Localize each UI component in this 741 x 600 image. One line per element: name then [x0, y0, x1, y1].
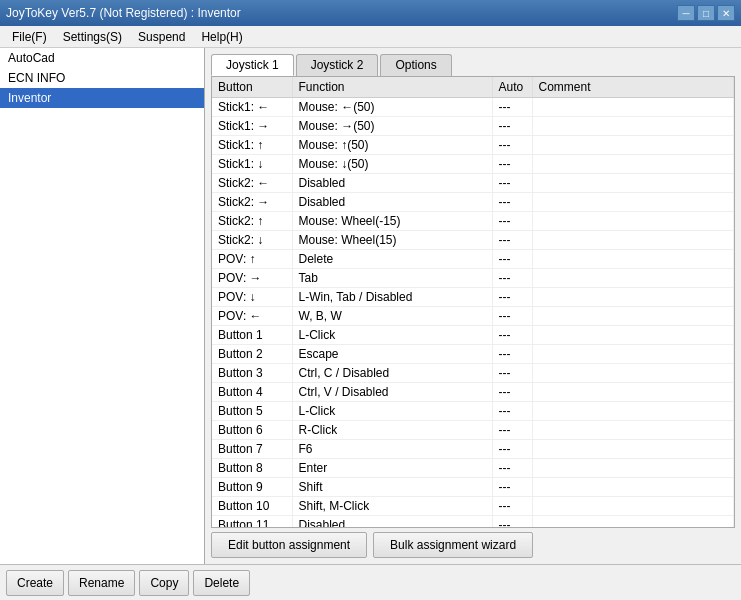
cell-comment	[532, 383, 734, 402]
table-row[interactable]: Stick1: ↑Mouse: ↑(50)---	[212, 136, 734, 155]
table-row[interactable]: Button 9Shift---	[212, 478, 734, 497]
close-button[interactable]: ✕	[717, 5, 735, 21]
delete-button[interactable]: Delete	[193, 570, 250, 596]
cell-auto: ---	[492, 326, 532, 345]
profile-item[interactable]: Inventor	[0, 88, 204, 108]
cell-button: POV: ↓	[212, 288, 292, 307]
table-row[interactable]: Stick2: ↑Mouse: Wheel(-15)---	[212, 212, 734, 231]
table-row[interactable]: Stick1: ←Mouse: ←(50)---	[212, 98, 734, 117]
menu-settings[interactable]: Settings(S)	[55, 28, 130, 46]
cell-auto: ---	[492, 345, 532, 364]
cell-comment	[532, 421, 734, 440]
table-row[interactable]: POV: →Tab---	[212, 269, 734, 288]
maximize-button[interactable]: □	[697, 5, 715, 21]
table-row[interactable]: POV: ↓L-Win, Tab / Disabled---	[212, 288, 734, 307]
cell-comment	[532, 231, 734, 250]
cell-function: L-Win, Tab / Disabled	[292, 288, 492, 307]
table-row[interactable]: Stick2: ↓Mouse: Wheel(15)---	[212, 231, 734, 250]
cell-auto: ---	[492, 288, 532, 307]
col-header-comment: Comment	[532, 77, 734, 98]
cell-button: Button 2	[212, 345, 292, 364]
cell-button: Button 8	[212, 459, 292, 478]
cell-auto: ---	[492, 421, 532, 440]
table-row[interactable]: Stick2: →Disabled---	[212, 193, 734, 212]
title-text: JoyToKey Ver5.7 (Not Registered) : Inven…	[6, 6, 241, 20]
left-panel: AutoCadECN INFOInventor	[0, 48, 205, 564]
tab-options[interactable]: Options	[380, 54, 451, 76]
cell-button: Button 4	[212, 383, 292, 402]
cell-button: Stick1: ←	[212, 98, 292, 117]
cell-comment	[532, 193, 734, 212]
cell-comment	[532, 516, 734, 528]
cell-comment	[532, 345, 734, 364]
table-scroll[interactable]: Button Function Auto Comment Stick1: ←Mo…	[212, 77, 734, 527]
cell-function: W, B, W	[292, 307, 492, 326]
cell-comment	[532, 269, 734, 288]
col-header-auto: Auto	[492, 77, 532, 98]
cell-auto: ---	[492, 212, 532, 231]
tab-joystick-2[interactable]: Joystick 2	[296, 54, 379, 76]
cell-function: Mouse: Wheel(-15)	[292, 212, 492, 231]
cell-function: Mouse: Wheel(15)	[292, 231, 492, 250]
menu-suspend[interactable]: Suspend	[130, 28, 193, 46]
table-row[interactable]: Stick2: ←Disabled---	[212, 174, 734, 193]
table-row[interactable]: Button 11Disabled---	[212, 516, 734, 528]
cell-function: Escape	[292, 345, 492, 364]
table-row[interactable]: Button 5L-Click---	[212, 402, 734, 421]
profile-item[interactable]: ECN INFO	[0, 68, 204, 88]
cell-button: Button 6	[212, 421, 292, 440]
table-body: Stick1: ←Mouse: ←(50)---Stick1: →Mouse: …	[212, 98, 734, 528]
table-row[interactable]: Button 6R-Click---	[212, 421, 734, 440]
cell-auto: ---	[492, 402, 532, 421]
assignment-table: Button Function Auto Comment Stick1: ←Mo…	[212, 77, 734, 527]
table-row[interactable]: Button 4Ctrl, V / Disabled---	[212, 383, 734, 402]
cell-function: Shift, M-Click	[292, 497, 492, 516]
table-row[interactable]: POV: ←W, B, W---	[212, 307, 734, 326]
cell-auto: ---	[492, 516, 532, 528]
cell-button: Button 7	[212, 440, 292, 459]
cell-function: F6	[292, 440, 492, 459]
cell-comment	[532, 497, 734, 516]
cell-function: L-Click	[292, 402, 492, 421]
main-layout: AutoCadECN INFOInventor Joystick 1Joysti…	[0, 48, 741, 564]
cell-button: Stick2: →	[212, 193, 292, 212]
menu-help[interactable]: Help(H)	[193, 28, 250, 46]
cell-auto: ---	[492, 117, 532, 136]
bottom-bar: Create Rename Copy Delete	[0, 564, 741, 600]
table-row[interactable]: Stick1: →Mouse: →(50)---	[212, 117, 734, 136]
table-row[interactable]: Button 1L-Click---	[212, 326, 734, 345]
cell-auto: ---	[492, 250, 532, 269]
cell-button: Button 3	[212, 364, 292, 383]
cell-auto: ---	[492, 98, 532, 117]
cell-auto: ---	[492, 364, 532, 383]
rename-button[interactable]: Rename	[68, 570, 135, 596]
tab-joystick-1[interactable]: Joystick 1	[211, 54, 294, 76]
table-row[interactable]: Button 3Ctrl, C / Disabled---	[212, 364, 734, 383]
table-row[interactable]: Stick1: ↓Mouse: ↓(50)---	[212, 155, 734, 174]
title-bar: JoyToKey Ver5.7 (Not Registered) : Inven…	[0, 0, 741, 26]
cell-auto: ---	[492, 307, 532, 326]
cell-button: Button 11	[212, 516, 292, 528]
cell-function: Ctrl, V / Disabled	[292, 383, 492, 402]
profile-list: AutoCadECN INFOInventor	[0, 48, 204, 564]
edit-assignment-button[interactable]: Edit button assignment	[211, 532, 367, 558]
table-row[interactable]: Button 8Enter---	[212, 459, 734, 478]
table-row[interactable]: Button 7F6---	[212, 440, 734, 459]
profile-item[interactable]: AutoCad	[0, 48, 204, 68]
table-row[interactable]: Button 2Escape---	[212, 345, 734, 364]
cell-button: Button 9	[212, 478, 292, 497]
minimize-button[interactable]: ─	[677, 5, 695, 21]
cell-function: Ctrl, C / Disabled	[292, 364, 492, 383]
copy-button[interactable]: Copy	[139, 570, 189, 596]
cell-auto: ---	[492, 478, 532, 497]
menu-file[interactable]: File(F)	[4, 28, 55, 46]
bulk-wizard-button[interactable]: Bulk assignment wizard	[373, 532, 533, 558]
cell-function: Mouse: →(50)	[292, 117, 492, 136]
cell-function: Disabled	[292, 174, 492, 193]
create-button[interactable]: Create	[6, 570, 64, 596]
action-bar: Edit button assignment Bulk assignment w…	[211, 528, 735, 558]
cell-comment	[532, 307, 734, 326]
table-row[interactable]: Button 10Shift, M-Click---	[212, 497, 734, 516]
table-row[interactable]: POV: ↑Delete---	[212, 250, 734, 269]
table-container: Button Function Auto Comment Stick1: ←Mo…	[211, 76, 735, 528]
